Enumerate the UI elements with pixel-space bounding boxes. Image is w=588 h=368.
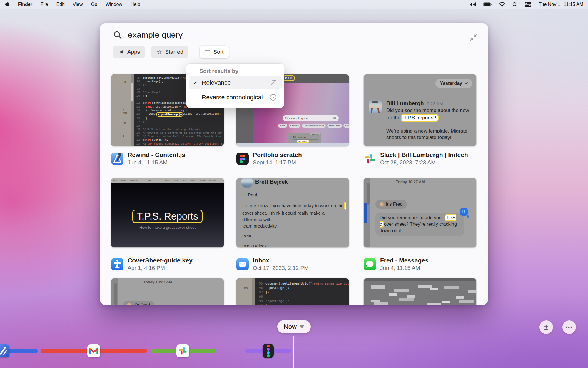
sender-name: Brett Bejcek	[255, 179, 288, 185]
editor-gutter	[252, 278, 255, 305]
sidebar-item: nts	[123, 80, 126, 83]
sort-popover: Sort results by ✓ Relevance Reverse chro…	[186, 64, 284, 108]
result-card[interactable]: Yesterday Bill Lumbergh 7:23 AM Did you …	[364, 74, 476, 166]
result-thumbnail-messages[interactable]: Today 10:27 AM it’s Fred Did you remembe…	[364, 178, 476, 247]
avatar	[241, 178, 253, 188]
timeline-playhead[interactable]	[293, 336, 294, 368]
starred-filter-button[interactable]: ☆ Starred	[151, 46, 188, 58]
sidebar-item: g	[123, 144, 124, 146]
result-card[interactable]: Brett Bejcek Hi Paul, Let me know if you…	[236, 178, 349, 271]
more-options-button[interactable]: •••	[562, 320, 576, 334]
wifi-icon[interactable]	[499, 2, 505, 7]
result-date: Oct 17, 2023, 2:12 PM	[253, 265, 309, 271]
apps-filter-button[interactable]: Apps	[113, 46, 145, 58]
now-button[interactable]: Now	[277, 320, 311, 333]
editor-sidebar: nts	[236, 278, 252, 305]
plus-minus-icon: ±	[544, 323, 548, 332]
message-bubble: it’s Fred	[123, 301, 154, 305]
search-query-text[interactable]: example query	[128, 30, 183, 40]
starred-filter-label: Starred	[165, 49, 183, 55]
search-bar[interactable]: example query	[113, 30, 183, 40]
result-title: Slack | Bill Lumbergh | Initech	[380, 151, 468, 158]
menu-go[interactable]: Go	[91, 2, 97, 7]
sort-button[interactable]: Sort	[200, 46, 229, 58]
slack-icon[interactable]	[176, 344, 189, 357]
scrollbar[interactable]	[131, 83, 133, 101]
figma-icon[interactable]	[263, 344, 274, 358]
battery-icon[interactable]	[483, 2, 492, 6]
result-thumbnail-code[interactable]: nts 95document.getElementById("rewind-su…	[236, 278, 349, 305]
apple-menu-icon[interactable]	[5, 1, 10, 7]
collapse-panel-icon[interactable]	[469, 33, 477, 41]
menubar-date[interactable]: Tue Nov 1	[539, 2, 560, 7]
yesterday-pill: Yesterday	[435, 79, 472, 88]
result-card[interactable]	[364, 278, 476, 305]
messages-icon	[364, 258, 376, 270]
rewind-menubar-icon[interactable]	[470, 2, 476, 7]
mini-text-bar	[293, 139, 318, 140]
figma-icon	[236, 153, 249, 165]
checkmark-icon: ✓	[193, 79, 202, 86]
ellipsis-icon: •••	[566, 324, 573, 330]
message-text: it’s Fred	[133, 302, 150, 305]
sort-option-reverse-label: Reverse chronological	[202, 94, 263, 101]
menubar-time[interactable]: 11:15 AM	[564, 2, 583, 7]
search-icon	[113, 31, 122, 39]
result-title: Inbox	[253, 257, 309, 264]
menu-file[interactable]: File	[41, 2, 48, 7]
keynote-slide: T.P.S. Reports How to make a great cover…	[111, 183, 224, 247]
control-center-icon[interactable]	[524, 2, 532, 7]
sidebar-item: fig	[123, 121, 126, 124]
message-text: it’s Fred	[386, 202, 403, 207]
spotlight-search-icon[interactable]	[512, 2, 517, 7]
gmail-icon[interactable]	[87, 344, 100, 357]
canvas-boxes	[389, 293, 397, 296]
sidebar-item: nfig	[123, 111, 127, 114]
sort-option-relevance[interactable]: ✓ Relevance	[189, 76, 282, 89]
search-hit-highlight: T.P.S. Reports	[132, 210, 203, 223]
mini-chip: twitter.com	[327, 124, 342, 128]
result-thumbnail-messages[interactable]: Today 10:27 AM it’s Fred	[111, 278, 224, 305]
apps-filter-label: Apps	[127, 49, 140, 55]
sort-option-reverse-chronological[interactable]: Reverse chronological	[189, 91, 282, 104]
now-label: Now	[284, 323, 297, 331]
search-hit-highlight: w.postMessage(m	[156, 112, 183, 117]
mini-chip: Starred	[343, 124, 349, 128]
menu-view[interactable]: View	[73, 2, 83, 7]
menu-help[interactable]: Help	[131, 2, 140, 7]
sidebar-item: g	[123, 134, 124, 137]
timeline-zoom-button[interactable]: ±	[539, 320, 553, 334]
result-card[interactable]: nts 95document.getElementById("rewind-su…	[236, 278, 349, 305]
xcode-icon	[111, 153, 123, 165]
menu-window[interactable]: Window	[106, 2, 122, 7]
result-card[interactable]: Today 10:27 AM it’s Fred	[111, 278, 224, 305]
conversation-timestamp: Today 10:27 AM	[143, 280, 172, 284]
yesterday-label: Yesterday	[440, 81, 462, 86]
result-card[interactable]: ViewZoomAdd SlidePlayTableChartTextShape…	[111, 178, 224, 271]
app-icon-blue[interactable]	[0, 344, 9, 357]
chevron-down-icon	[300, 325, 304, 328]
result-thumbnail-keynote[interactable]: ViewZoomAdd SlidePlayTableChartTextShape…	[111, 178, 224, 247]
result-date: Apr 1, 4:16 PM	[128, 265, 193, 271]
result-thumbnail-slack[interactable]: Yesterday Bill Lumbergh 7:23 AM Did you …	[364, 74, 476, 146]
sidebar-item: g	[123, 116, 124, 119]
result-date: Jun 4, 11:15 AM	[128, 159, 185, 166]
wave-emoji	[380, 202, 384, 207]
result-title: CoverSheet-guide.key	[128, 257, 193, 264]
message-bubble: Did you remember to add your TPS cover s…	[375, 213, 464, 236]
result-date: Oct 28, 2023, 7:23 AM	[380, 159, 468, 166]
chevron-down-icon	[465, 82, 468, 84]
wave-emoji	[127, 303, 131, 305]
search-hit-highlight: ns 3	[283, 75, 295, 81]
result-date: Jun 4, 11:15 AM	[380, 265, 429, 271]
result-thumbnail-email[interactable]: Brett Bejcek Hi Paul, Let me know if you…	[236, 178, 349, 247]
search-hit-highlight: TPS reports?	[297, 140, 309, 143]
slack-icon	[364, 153, 376, 165]
menu-edit[interactable]: Edit	[56, 2, 65, 7]
tapback-exclamation-icon: !!	[460, 208, 468, 216]
mini-chip: Chrome	[289, 124, 300, 128]
result-card[interactable]: Today 10:27 AM it’s Fred Did you remembe…	[364, 178, 476, 271]
result-thumbnail-canvas[interactable]	[364, 278, 476, 305]
sidebar-item: g	[123, 139, 124, 142]
menu-app-name[interactable]: Finder	[18, 2, 32, 7]
